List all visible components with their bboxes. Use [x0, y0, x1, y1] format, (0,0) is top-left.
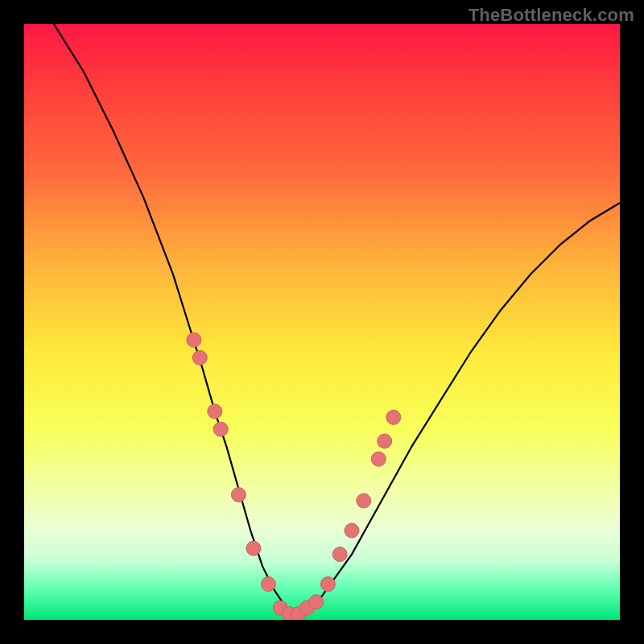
chart-frame: TheBottleneck.com [0, 0, 644, 644]
plot-svg [24, 24, 620, 620]
data-marker [208, 404, 222, 419]
data-marker [345, 523, 359, 538]
data-marker [371, 452, 386, 466]
data-marker [213, 422, 228, 436]
data-marker [378, 434, 392, 448]
data-marker [192, 350, 207, 365]
data-marker [187, 332, 201, 347]
data-markers [187, 332, 401, 620]
watermark-text: TheBottleneck.com [469, 5, 634, 26]
bottleneck-curve [54, 24, 620, 614]
data-marker [320, 577, 335, 592]
data-marker [357, 493, 371, 508]
data-marker [309, 595, 324, 609]
data-marker [332, 547, 347, 562]
data-marker [386, 410, 401, 424]
data-marker [261, 577, 275, 592]
data-marker [246, 541, 261, 555]
plot-area [24, 24, 620, 620]
data-marker [231, 488, 246, 502]
